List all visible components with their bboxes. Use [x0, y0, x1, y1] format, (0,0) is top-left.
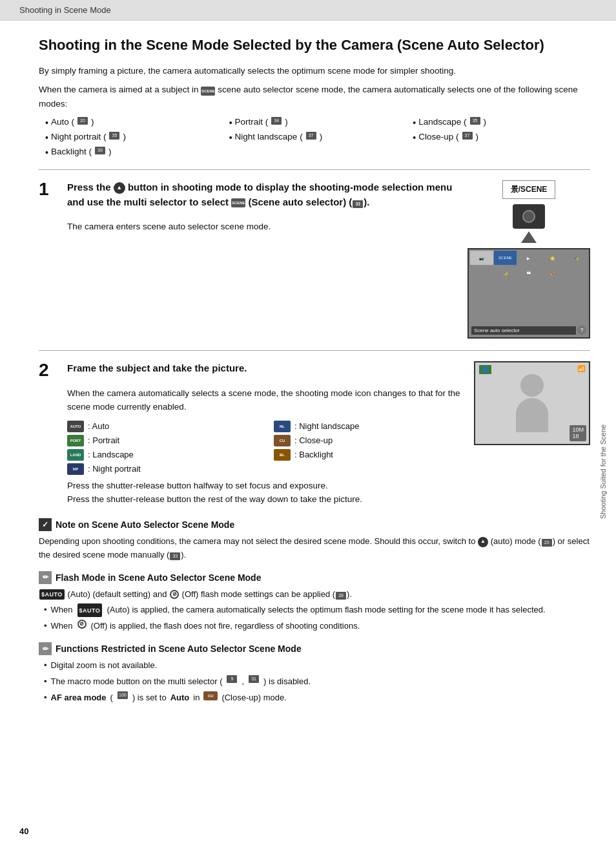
portrait-label: : Portrait	[88, 435, 119, 445]
step-2-layout: 2 Frame the subject and take the picture…	[39, 361, 590, 507]
grid-cell-11	[470, 280, 493, 295]
step-1-layout: 1 Press the ▲ button in shooting mode to…	[39, 180, 590, 339]
scene-auto-label: Scene auto selector	[471, 326, 576, 335]
mode-night-portrait: NP : Night portrait	[67, 463, 254, 475]
grid-cell-2: SCENE	[494, 251, 517, 265]
help-icon: ?	[577, 326, 586, 335]
step-2-section: 2 Frame the subject and take the picture…	[39, 361, 590, 507]
grid-cell-5: 🎭	[564, 251, 588, 265]
grid-cell-8: 🏔	[517, 266, 540, 280]
preview-wireless-icon: 📶	[577, 365, 585, 372]
icon-grid-row1: 📷 SCENE ▶ 🌟 🎭	[470, 251, 588, 265]
grid-cell-7: 🌙	[494, 266, 517, 280]
landscape-icon: LAND	[67, 449, 84, 461]
note-3-bullet2: The macro mode button on the multi selec…	[44, 675, 590, 689]
step-1-number: 1	[39, 180, 58, 198]
preview-count: 18	[572, 433, 584, 440]
note-flash-mode: ✏ Flash Mode in Scene Auto Selector Scen…	[39, 571, 590, 633]
preview-resolution: 10M	[572, 426, 584, 434]
note-scene-auto: ✓ Note on Scene Auto Selector Scene Mode…	[39, 518, 590, 562]
step-1-image: 景/SCENE 📷 SCENE	[467, 180, 590, 339]
grid-cell-17	[494, 295, 517, 309]
divider-2	[39, 350, 590, 351]
landscape-label: : Landscape	[88, 450, 134, 459]
note-2-bullet2: When ⊘ (Off) is applied, the flash does …	[44, 620, 590, 633]
grid-cell-12	[494, 280, 517, 295]
mode-icon-list: AUTO : Auto NL : Night landscape PORT : …	[67, 421, 461, 475]
fauto-badge: $AUTO	[39, 589, 65, 600]
step-1-content: Press the ▲ button in shooting mode to d…	[67, 180, 455, 213]
mode-portrait: PORT : Portrait	[67, 435, 254, 446]
up-arrow-icon	[521, 231, 537, 243]
grid-cell-1: 📷	[470, 251, 493, 265]
note-2-title: Flash Mode in Scene Auto Selector Scene …	[56, 572, 261, 583]
bullet-landscape: Landscape (35)	[413, 117, 590, 130]
page-number: 40	[19, 826, 28, 836]
step-1-title: Press the ▲ button in shooting mode to d…	[67, 180, 455, 209]
step-2-body-area: When the camera automatically selects a …	[67, 386, 461, 507]
step-1-body: The camera enters scene auto selector sc…	[67, 220, 455, 234]
bullet-night-landscape: Night landscape (37)	[229, 132, 407, 145]
step-2-header: 2 Frame the subject and take the picture…	[39, 361, 461, 380]
note-2-body: $AUTO (Auto) (default setting) and ⊘ (Of…	[39, 588, 590, 602]
bullet-portrait: Portrait (34)	[229, 117, 407, 130]
icon-grid-row2: 🌙 🏔 🎉	[470, 266, 588, 280]
scene-modes-list: Auto (20) Portrait (34) Landscape (35) N…	[45, 117, 590, 159]
step-2-title: Frame the subject and take the picture.	[67, 361, 461, 376]
off-circle-icon-2: ⊘	[77, 620, 87, 629]
auto-label: : Auto	[88, 421, 109, 431]
pencil-icon-2: ✏	[39, 642, 52, 655]
note-3-bullet1: Digital zoom is not available.	[44, 659, 590, 673]
camera-body	[513, 204, 545, 229]
night-landscape-label: : Night landscape	[294, 421, 359, 431]
night-portrait-icon: NP	[67, 463, 84, 475]
note-3-header: ✏ Functions Restricted in Scene Auto Sel…	[39, 642, 590, 655]
sidebar-label: Shooting Suited for the Scene	[599, 424, 607, 519]
person-head	[520, 374, 544, 397]
icon-grid-row3	[470, 280, 588, 295]
bullet-backlight: Backlight (39)	[45, 147, 223, 160]
bullet-auto: Auto (20)	[45, 117, 223, 130]
grid-cell-10	[564, 266, 588, 280]
preview-shot-info: 10M 18	[570, 425, 586, 442]
step-2-caption2: Press the shutter-release button the res…	[67, 492, 461, 507]
off-circle-icon: ⊘	[170, 590, 179, 599]
scene-label-display: 景/SCENE	[502, 180, 556, 199]
note-functions-restricted: ✏ Functions Restricted in Scene Auto Sel…	[39, 642, 590, 704]
mode-closeup: CU : Close-up	[274, 435, 461, 446]
page-title: Shooting in the Scene Mode Selected by t…	[39, 36, 590, 55]
grid-cell-6	[470, 266, 493, 280]
step-2-content: Frame the subject and take the picture.	[67, 361, 461, 380]
grid-cell-18	[517, 295, 540, 309]
person-silhouette	[509, 374, 555, 432]
note-3-bullet3: AF area mode (100) is set to Auto in CU …	[44, 691, 590, 705]
grid-cell-14	[541, 280, 564, 295]
note-1-body: Depending upon shooting conditions, the …	[39, 535, 590, 562]
top-bar-text: Shooting in Scene Mode	[19, 5, 111, 15]
top-bar: Shooting in Scene Mode	[0, 0, 616, 21]
step-2-number: 2	[39, 361, 58, 379]
note-2-header: ✏ Flash Mode in Scene Auto Selector Scen…	[39, 571, 590, 584]
intro-paragraph-2: When the camera is aimed at a subject in…	[39, 83, 590, 110]
note-2-bullet1: When $AUTO (Auto) is applied, the camera…	[44, 603, 590, 617]
mode-backlight: BL : Backlight	[274, 449, 461, 461]
note-1-title: Note on Scene Auto Selector Scene Mode	[56, 519, 234, 530]
intro-paragraph-1: By simply framing a picture, the camera …	[39, 64, 590, 78]
backlight-icon: BL	[274, 449, 291, 461]
checkmark-icon: ✓	[39, 518, 52, 531]
grid-cell-19	[541, 295, 564, 309]
grid-cell-3: ▶	[517, 251, 540, 265]
closeup-icon: CU	[274, 435, 291, 446]
step-2-caption1: Press the shutter-release button halfway…	[67, 479, 461, 493]
backlight-label: : Backlight	[294, 450, 333, 459]
scene-grid-display: 📷 SCENE ▶ 🌟 🎭 🌙 🏔 🎉	[467, 248, 590, 339]
grid-cell-16	[470, 295, 493, 309]
divider-1	[39, 169, 590, 170]
bullet-closeup: Close-up (37)	[413, 132, 590, 145]
camera-icon-area	[513, 204, 545, 243]
grid-cell-15	[564, 280, 588, 295]
grid-cell-13	[517, 280, 540, 295]
auto-icon: AUTO	[67, 421, 84, 432]
step-1-text: 1 Press the ▲ button in shooting mode to…	[39, 180, 455, 234]
grid-cell-4: 🌟	[541, 251, 564, 265]
